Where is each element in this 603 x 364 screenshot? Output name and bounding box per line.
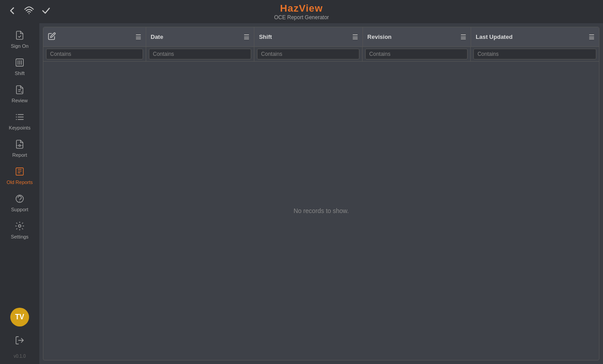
col-date-label: Date — [151, 33, 163, 40]
sidebar-item-review[interactable]: Review — [2, 81, 38, 107]
empty-message: No records to show. — [294, 207, 349, 214]
back-icon — [7, 6, 17, 16]
filter-revision-cell — [363, 47, 471, 61]
sidebar-label-keypoints: Keypoints — [9, 125, 30, 130]
old-reports-icon — [15, 167, 25, 178]
col-last-updated-menu[interactable]: ☰ — [589, 33, 595, 41]
col-revision-label: Revision — [367, 33, 392, 40]
filter-date-input[interactable] — [149, 49, 251, 59]
filter-revision-input[interactable] — [365, 49, 468, 59]
table-col-revision: Revision ☰ — [363, 27, 471, 46]
sidebar-label-settings: Settings — [11, 234, 29, 239]
col-shift-menu[interactable]: ☰ — [352, 33, 358, 41]
svg-point-7 — [16, 119, 17, 120]
svg-point-6 — [16, 117, 17, 117]
sidebar-item-keypoints[interactable]: Keypoints — [2, 109, 38, 134]
svg-point-5 — [16, 114, 17, 115]
col-revision-menu[interactable]: ☰ — [460, 33, 466, 41]
svg-point-11 — [19, 201, 20, 201]
filter-icon-cell — [43, 47, 146, 61]
wifi-icon — [24, 6, 34, 17]
keypoints-icon — [15, 112, 25, 123]
user-initials: TV — [15, 313, 24, 321]
back-button[interactable] — [7, 6, 17, 18]
col-date-menu[interactable]: ☰ — [244, 33, 249, 41]
sidebar-label-shift: Shift — [15, 71, 25, 76]
sidebar-item-report[interactable]: Report — [2, 136, 38, 161]
sidebar-item-old-reports[interactable]: Old Reports — [2, 163, 38, 188]
svg-rect-9 — [16, 168, 24, 176]
logout-icon — [15, 335, 25, 347]
filter-last-updated-cell — [471, 47, 599, 61]
sidebar: Sign On Shift Review — [0, 23, 39, 364]
app-title-block: HazView OCE Report Generator — [274, 3, 329, 21]
app-subtitle: OCE Report Generator — [274, 14, 329, 21]
data-table: ☰ Date ☰ Shift ☰ Revision ☰ — [43, 27, 599, 360]
sidebar-item-support[interactable]: Support — [2, 190, 38, 216]
table-col-last-updated: Last Updated ☰ — [471, 27, 599, 46]
sidebar-label-report: Report — [12, 152, 27, 158]
app-title: HazView — [274, 3, 329, 14]
col-last-updated-label: Last Updated — [476, 33, 512, 40]
filter-shift-input[interactable] — [257, 49, 359, 59]
filter-last-updated-input[interactable] — [473, 49, 596, 59]
filter-date-cell — [146, 47, 254, 61]
sidebar-label-old-reports: Old Reports — [7, 180, 33, 185]
table-col-shift: Shift ☰ — [254, 27, 363, 46]
col-shift-label: Shift — [259, 33, 272, 40]
content-area: ☰ Date ☰ Shift ☰ Revision ☰ — [39, 23, 603, 364]
sidebar-item-sign-on[interactable]: Sign On — [2, 27, 38, 52]
top-bar-actions — [7, 6, 51, 18]
review-icon — [15, 85, 25, 96]
sidebar-item-settings[interactable]: Settings — [2, 218, 38, 243]
top-bar: HazView OCE Report Generator — [0, 0, 603, 23]
table-body-empty: No records to show. — [43, 62, 599, 360]
filter-icon-input[interactable] — [46, 49, 143, 59]
settings-icon — [15, 221, 25, 232]
shift-icon — [15, 58, 25, 69]
sidebar-label-review: Review — [12, 98, 28, 103]
sidebar-label-sign-on: Sign On — [11, 43, 29, 49]
user-avatar[interactable]: TV — [10, 308, 29, 326]
svg-point-0 — [29, 13, 30, 14]
filter-shift-cell — [254, 47, 363, 61]
sidebar-label-support: Support — [11, 207, 29, 212]
edit-icon — [48, 32, 56, 42]
logout-button[interactable] — [2, 332, 38, 350]
svg-point-12 — [18, 225, 21, 227]
version-label: v0.1.0 — [12, 352, 27, 360]
table-filter-row — [43, 47, 599, 62]
report-icon — [15, 139, 25, 151]
sidebar-item-shift[interactable]: Shift — [2, 54, 38, 79]
sign-on-icon — [15, 30, 25, 42]
table-col-date: Date ☰ — [146, 27, 254, 46]
col-icon-menu[interactable]: ☰ — [135, 33, 141, 41]
support-icon — [15, 194, 25, 205]
table-col-icon: ☰ — [43, 27, 146, 46]
check-icon — [41, 6, 51, 17]
main-layout: Sign On Shift Review — [0, 23, 603, 364]
table-header: ☰ Date ☰ Shift ☰ Revision ☰ — [43, 27, 599, 47]
